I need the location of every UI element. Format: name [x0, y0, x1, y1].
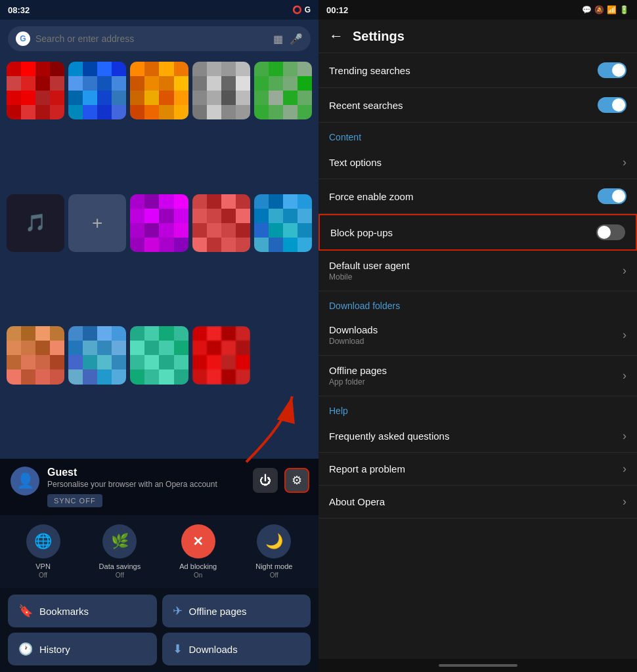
ad-blocking-icon: ✕	[181, 524, 215, 558]
time-right: 00:12	[326, 5, 348, 15]
speed-dial-item[interactable]	[68, 326, 126, 384]
settings-header: ← Settings	[318, 20, 637, 53]
bookmarks-icon: 🔖	[18, 604, 33, 618]
google-logo: G	[16, 32, 30, 46]
qr-icon[interactable]: ▦	[273, 33, 283, 45]
chevron-right-icon-5: ›	[623, 429, 626, 443]
offline-pages-button[interactable]: ✈ Offline pages	[162, 595, 311, 627]
downloads-item[interactable]: Downloads Download ›	[318, 315, 637, 356]
sync-button[interactable]: SYNC OFF	[47, 494, 102, 507]
offline-pages-sublabel: App folder	[329, 377, 387, 387]
back-button[interactable]: ←	[329, 28, 343, 45]
content-section-header: Content	[318, 123, 637, 146]
whatsapp-icon: 💬	[582, 5, 592, 14]
settings-title: Settings	[353, 29, 405, 44]
signal-icon: 📶	[607, 5, 617, 14]
speed-dial-item[interactable]	[192, 194, 250, 252]
chevron-right-icon-2: ›	[623, 264, 626, 278]
speed-dial-add[interactable]: +	[68, 194, 126, 252]
default-user-agent-sublabel: Mobile	[329, 272, 410, 282]
data-savings-sublabel: Off	[116, 572, 124, 579]
home-indicator-bar	[439, 664, 517, 667]
trending-searches-label: Trending searches	[329, 65, 410, 76]
opera-icon: ⭕	[292, 5, 302, 14]
recent-searches-item[interactable]: Recent searches	[318, 88, 637, 123]
status-icons-left: ⭕ G	[292, 5, 311, 14]
force-enable-zoom-label: Force enable zoom	[329, 191, 413, 202]
mute-icon: 🔕	[594, 5, 604, 14]
speed-dial-item[interactable]	[68, 62, 126, 119]
status-bar-right: 00:12 💬 🔕 📶 🔋	[318, 0, 637, 20]
history-label: History	[39, 644, 70, 655]
night-mode-label: Night mode	[255, 562, 292, 570]
speed-dial-item[interactable]	[7, 326, 64, 384]
download-folders-section-header: Download folders	[318, 291, 637, 315]
downloads-label: Downloads	[329, 324, 378, 335]
report-problem-label: Report a problem	[329, 463, 405, 474]
help-section-header: Help	[318, 396, 637, 420]
left-panel: 08:32 ⭕ G G ▦ 🎤	[0, 0, 318, 672]
speed-dial-music[interactable]: 🎵	[7, 194, 64, 252]
home-indicator	[318, 659, 637, 672]
recent-searches-toggle[interactable]	[598, 97, 626, 113]
profile-section: 👤 Guest Personalise your browser with an…	[0, 459, 318, 515]
ad-blocking-sublabel: On	[194, 572, 202, 579]
speed-dial-item[interactable]	[254, 62, 312, 119]
bookmarks-button[interactable]: 🔖 Bookmarks	[8, 595, 157, 627]
data-savings-icon: 🌿	[102, 524, 137, 558]
downloads-label: Downloads	[189, 644, 238, 655]
offline-pages-label: Offline pages	[189, 606, 247, 617]
speed-dial-item[interactable]	[192, 326, 250, 384]
speed-dial-item[interactable]	[130, 326, 188, 384]
report-problem-item[interactable]: Report a problem ›	[318, 453, 637, 486]
speed-dial-item[interactable]	[192, 62, 250, 119]
downloads-icon: ⬇	[173, 642, 183, 656]
mic-icon[interactable]: 🎤	[290, 33, 303, 45]
bottom-nav: 🔖 Bookmarks ✈ Offline pages 🕐 History ⬇ …	[0, 588, 318, 672]
offline-pages-item[interactable]: Offline pages App folder ›	[318, 356, 637, 396]
ad-blocking-label: Ad blocking	[179, 562, 217, 570]
avatar: 👤	[11, 467, 39, 495]
vpn-icon: 🌐	[26, 524, 60, 558]
trending-searches-toggle[interactable]	[598, 62, 626, 78]
data-savings-label: Data savings	[99, 562, 141, 570]
force-enable-zoom-toggle[interactable]	[598, 188, 626, 204]
faq-label: Frequently asked questions	[329, 430, 449, 442]
about-opera-item[interactable]: About Opera ›	[318, 486, 637, 518]
default-user-agent-label: Default user agent	[329, 260, 410, 271]
recent-searches-label: Recent searches	[329, 100, 403, 111]
search-input[interactable]	[35, 33, 268, 44]
speed-dial-grid: 🎵 +	[0, 58, 318, 459]
ad-blocking-action[interactable]: ✕ Ad blocking On	[179, 524, 217, 579]
block-popups-toggle[interactable]	[596, 224, 625, 240]
speed-dial-item[interactable]	[7, 62, 64, 119]
settings-gear-button[interactable]: ⚙	[284, 468, 309, 493]
quick-actions: 🌐 VPN Off 🌿 Data savings Off ✕ Ad blocki…	[0, 515, 318, 588]
speed-dial-item[interactable]	[130, 62, 188, 119]
speed-dial-item[interactable]	[254, 194, 312, 252]
night-mode-action[interactable]: 🌙 Night mode Off	[255, 524, 292, 579]
vpn-action[interactable]: 🌐 VPN Off	[26, 524, 60, 579]
night-mode-sublabel: Off	[270, 572, 278, 579]
block-popups-label: Block pop-ups	[330, 227, 393, 238]
power-button[interactable]: ⏻	[253, 468, 278, 493]
faq-item[interactable]: Frequently asked questions ›	[318, 420, 637, 453]
downloads-button[interactable]: ⬇ Downloads	[162, 633, 311, 665]
speed-dial-item[interactable]	[130, 194, 188, 252]
g-icon: G	[305, 5, 311, 14]
offline-pages-icon: ✈	[173, 604, 183, 618]
search-bar[interactable]: G ▦ 🎤	[8, 26, 311, 51]
data-savings-action[interactable]: 🌿 Data savings Off	[99, 524, 141, 579]
history-button[interactable]: 🕐 History	[8, 633, 157, 665]
chevron-right-icon-7: ›	[623, 495, 626, 509]
block-popups-item[interactable]: Block pop-ups	[318, 214, 637, 251]
bookmarks-label: Bookmarks	[39, 606, 89, 617]
force-enable-zoom-item[interactable]: Force enable zoom	[318, 179, 637, 214]
trending-searches-item[interactable]: Trending searches	[318, 53, 637, 88]
default-user-agent-item[interactable]: Default user agent Mobile ›	[318, 251, 637, 291]
profile-actions: ⏻ ⚙	[253, 468, 309, 493]
chevron-right-icon-4: ›	[623, 369, 626, 383]
settings-content: Trending searches Recent searches Conten…	[318, 53, 637, 659]
text-options-item[interactable]: Text options ›	[318, 146, 637, 179]
vpn-sublabel: Off	[39, 572, 47, 579]
